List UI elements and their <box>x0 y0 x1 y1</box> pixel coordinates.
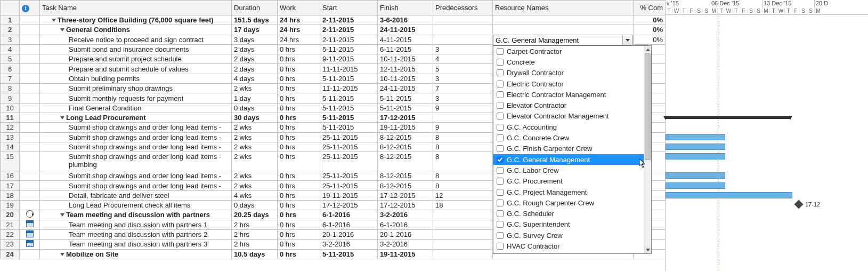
work-cell[interactable]: 0 hrs <box>278 229 320 239</box>
finish-cell[interactable]: 10-11-2015 <box>378 74 433 83</box>
start-cell[interactable]: 5-11-2015 <box>320 74 378 83</box>
start-cell[interactable]: 2-11-2015 <box>320 15 378 25</box>
dropdown-checkbox[interactable] <box>497 145 504 152</box>
dropdown-checkbox[interactable] <box>497 124 504 131</box>
finish-cell[interactable]: 17-12-2015 <box>378 113 433 122</box>
dropdown-item[interactable]: Drywall Contractor <box>493 68 644 78</box>
start-cell[interactable]: 25-11-2015 <box>320 181 378 190</box>
duration-cell[interactable]: 2 hrs <box>232 220 278 229</box>
predecessors-cell[interactable]: 8 <box>433 181 493 190</box>
duration-cell[interactable]: 2 wks <box>232 171 278 181</box>
finish-cell[interactable]: 10-11-2015 <box>378 54 433 64</box>
dropdown-item[interactable]: Elevator Contractor Management <box>493 111 644 122</box>
gantt-task-bar[interactable] <box>666 182 725 189</box>
header-row[interactable]: i Task Name Duration Work Start Finish P… <box>1 1 666 15</box>
gantt-chart[interactable]: v '1506 Dec '1513 Dec '1520 DTWTFSSMTWTF… <box>665 0 868 271</box>
pct-cell[interactable]: 0% <box>634 35 666 44</box>
gantt-row[interactable] <box>666 113 868 122</box>
task-name-cell[interactable]: Submit preliminary shop drawings <box>40 84 232 93</box>
gantt-task-bar[interactable] <box>666 144 725 150</box>
task-name-cell[interactable]: Mobilize on Site <box>40 249 232 259</box>
collapse-icon[interactable] <box>60 253 64 256</box>
gantt-row[interactable]: 17-12 <box>666 200 868 210</box>
finish-cell[interactable]: 20-1-2016 <box>378 229 433 239</box>
predecessors-cell[interactable] <box>433 240 493 249</box>
pct-cell[interactable]: 0% <box>634 25 666 35</box>
work-cell[interactable]: 24 hrs <box>278 25 320 35</box>
start-cell[interactable]: 25-11-2015 <box>320 152 378 171</box>
start-cell[interactable]: 2-11-2015 <box>320 35 378 44</box>
dropdown-checkbox[interactable] <box>497 69 504 76</box>
task-name-cell[interactable]: Submit shop drawings and order long lead… <box>40 152 232 171</box>
dropdown-checkbox[interactable] <box>497 210 504 217</box>
work-cell[interactable]: 0 hrs <box>278 103 320 113</box>
finish-cell[interactable]: 8-12-2015 <box>378 181 433 190</box>
task-name-cell[interactable]: Three-story Office Building (76,000 squa… <box>40 15 232 25</box>
duration-cell[interactable]: 10.5 days <box>232 249 278 259</box>
start-cell[interactable]: 9-11-2015 <box>320 54 378 64</box>
gantt-task-bar[interactable] <box>666 153 725 160</box>
duration-cell[interactable]: 2 days <box>232 64 278 74</box>
duration-cell[interactable]: 2 days <box>232 44 278 54</box>
finish-cell[interactable]: 19-11-2015 <box>378 249 433 259</box>
task-name-cell[interactable]: Prepare and submit schedule of values <box>40 64 232 74</box>
task-name-cell[interactable]: Final General Condition <box>40 103 232 113</box>
dropdown-item[interactable]: G.C. Procurement <box>493 176 644 187</box>
task-name-cell[interactable]: Submit shop drawings and order long lead… <box>40 171 232 181</box>
resource-combo[interactable] <box>493 35 632 45</box>
header-predecessors[interactable]: Predecessors <box>433 1 493 15</box>
start-cell[interactable]: 6-1-2016 <box>320 210 378 220</box>
dropdown-checkbox[interactable] <box>497 232 504 239</box>
gantt-milestone[interactable] <box>794 200 804 209</box>
duration-cell[interactable]: 2 hrs <box>232 240 278 249</box>
predecessors-cell[interactable]: 4 <box>433 54 493 64</box>
dropdown-item[interactable]: G.C. General Management <box>493 154 644 165</box>
start-cell[interactable]: 5-11-2015 <box>320 93 378 103</box>
predecessors-cell[interactable] <box>433 25 493 35</box>
work-cell[interactable]: 0 hrs <box>278 181 320 190</box>
finish-cell[interactable]: 5-11-2015 <box>378 93 433 103</box>
start-cell[interactable]: 20-1-2016 <box>320 229 378 239</box>
scroll-thumb[interactable] <box>645 53 651 160</box>
start-cell[interactable]: 5-11-2015 <box>320 103 378 113</box>
dropdown-item[interactable]: Electric Contractor Management <box>493 89 644 100</box>
work-cell[interactable]: 0 hrs <box>278 54 320 64</box>
task-name-cell[interactable]: General Conditions <box>40 25 232 35</box>
duration-cell[interactable]: 2 wks <box>232 84 278 93</box>
chevron-down-icon[interactable] <box>622 35 632 45</box>
start-cell[interactable]: 17-12-2015 <box>320 201 378 210</box>
finish-cell[interactable]: 19-11-2015 <box>378 123 433 132</box>
pct-cell[interactable]: 0% <box>634 15 666 25</box>
finish-cell[interactable]: 24-11-2015 <box>378 25 433 35</box>
collapse-icon[interactable] <box>60 213 64 217</box>
duration-cell[interactable]: 2 wks <box>232 152 278 171</box>
predecessors-cell[interactable]: 3 <box>433 74 493 83</box>
dropdown-item[interactable]: G.C. Project Management <box>493 187 644 197</box>
duration-cell[interactable]: 3 days <box>232 35 278 44</box>
predecessors-cell[interactable]: 9 <box>433 123 493 132</box>
scroll-up-icon[interactable] <box>644 46 651 53</box>
dropdown-checkbox[interactable] <box>497 59 504 66</box>
header-task[interactable]: Task Name <box>40 1 232 15</box>
dropdown-checkbox[interactable] <box>497 156 504 163</box>
start-cell[interactable]: 2-11-2015 <box>320 25 378 35</box>
finish-cell[interactable]: 3-2-2016 <box>378 240 433 249</box>
work-cell[interactable]: 24 hrs <box>278 35 320 44</box>
collapse-icon[interactable] <box>60 28 64 31</box>
finish-cell[interactable]: 8-12-2015 <box>378 142 433 152</box>
predecessors-cell[interactable]: 8 <box>433 152 493 171</box>
work-cell[interactable]: 0 hrs <box>278 123 320 132</box>
dropdown-item[interactable]: G.C. Concrete Crew <box>493 132 644 143</box>
finish-cell[interactable]: 8-12-2015 <box>378 152 433 171</box>
start-cell[interactable]: 11-11-2015 <box>320 64 378 74</box>
dropdown-item[interactable]: G.C. Finish Carpenter Crew <box>493 144 644 154</box>
header-rownum[interactable] <box>1 1 20 15</box>
finish-cell[interactable]: 5-11-2015 <box>378 103 433 113</box>
predecessors-cell[interactable] <box>433 210 493 220</box>
predecessors-cell[interactable] <box>433 113 493 122</box>
dropdown-checkbox[interactable] <box>497 189 504 196</box>
work-cell[interactable]: 0 hrs <box>278 152 320 171</box>
dropdown-checkbox[interactable] <box>497 221 504 228</box>
start-cell[interactable]: 5-11-2015 <box>320 44 378 54</box>
gantt-row[interactable] <box>666 152 868 161</box>
